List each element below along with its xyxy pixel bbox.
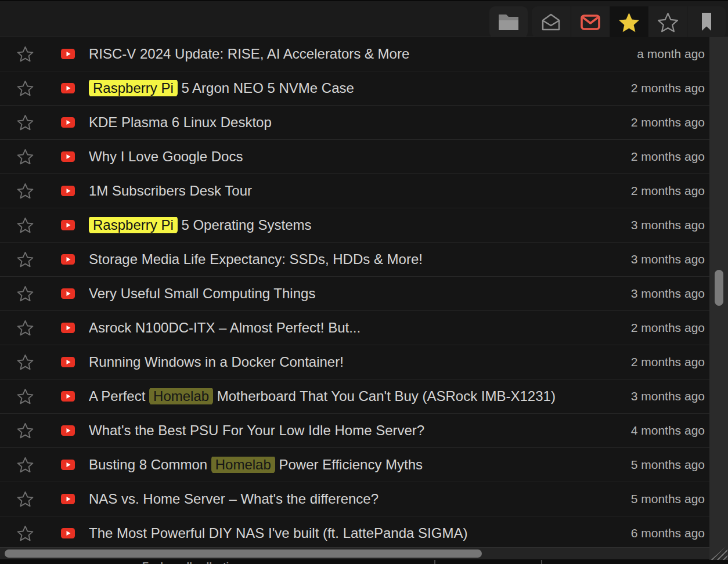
explore-collections-link[interactable]: Explore all collections: [142, 561, 247, 564]
youtube-icon: [61, 391, 75, 402]
item-timestamp: 3 months ago: [631, 218, 705, 232]
favorite-star-icon[interactable]: [17, 285, 34, 302]
favorite-star-icon[interactable]: [17, 149, 34, 165]
item-title[interactable]: NAS vs. Home Server – What's the differe…: [89, 491, 623, 507]
youtube-icon: [61, 254, 75, 265]
feed-item[interactable]: Busting 8 Common Homelab Power Efficienc…: [0, 448, 709, 482]
item-title[interactable]: Storage Media Life Expectancy: SSDs, HDD…: [89, 251, 623, 267]
feed-item[interactable]: Very Useful Small Computing Things 3 mon…: [0, 277, 709, 311]
item-title[interactable]: A Perfect Homelab Motherboard That You C…: [89, 388, 623, 404]
favorite-star-icon[interactable]: [17, 114, 34, 131]
mail-open-icon: [541, 13, 561, 31]
item-timestamp: 3 months ago: [631, 252, 705, 266]
item-timestamp: a month ago: [637, 47, 705, 61]
favorite-star-icon[interactable]: [17, 525, 34, 541]
item-title[interactable]: Raspberry Pi 5 Operating Systems: [89, 217, 623, 233]
youtube-icon: [61, 323, 75, 333]
item-title[interactable]: Very Useful Small Computing Things: [89, 285, 623, 302]
youtube-icon: [61, 49, 75, 59]
favorite-star-icon[interactable]: [17, 80, 34, 96]
favorite-star-icon[interactable]: [17, 354, 34, 370]
favorite-star-icon[interactable]: [17, 491, 34, 507]
favorite-star-icon[interactable]: [17, 457, 34, 473]
folder-icon: [497, 13, 520, 32]
youtube-icon: [61, 220, 75, 230]
toolbar: [0, 0, 728, 37]
item-title[interactable]: Raspberry Pi 5 Argon NEO 5 NVMe Case: [89, 80, 623, 96]
feed-item[interactable]: Storage Media Life Expectancy: SSDs, HDD…: [0, 243, 709, 277]
item-title[interactable]: Busting 8 Common Homelab Power Efficienc…: [89, 457, 623, 473]
unread-mail-button[interactable]: [571, 6, 610, 38]
favorite-star-icon[interactable]: [17, 217, 34, 233]
item-timestamp: 2 months ago: [631, 184, 705, 198]
item-timestamp: 2 months ago: [631, 355, 705, 369]
youtube-icon: [61, 117, 75, 128]
feed-item[interactable]: KDE Plasma 6 Linux Desktop 2 months ago: [0, 106, 709, 140]
item-title[interactable]: KDE Plasma 6 Linux Desktop: [89, 114, 623, 131]
feed-item[interactable]: A Perfect Homelab Motherboard That You C…: [0, 379, 709, 414]
feed-item[interactable]: Asrock N100DC-ITX – Almost Perfect! But.…: [0, 311, 709, 345]
horizontal-scrollbar-track[interactable]: [0, 547, 709, 560]
feed-item[interactable]: The Most Powerful DIY NAS I've built (ft…: [0, 516, 709, 547]
highlighted-term: Raspberry Pi: [89, 80, 178, 96]
item-title[interactable]: Asrock N100DC-ITX – Almost Perfect! But.…: [89, 320, 623, 336]
feed-item-list: RISC-V 2024 Update: RISE, AI Accelerator…: [0, 37, 709, 547]
horizontal-scrollbar-thumb[interactable]: [5, 549, 482, 558]
youtube-icon: [61, 288, 75, 299]
feed-item[interactable]: RISC-V 2024 Update: RISE, AI Accelerator…: [0, 37, 709, 71]
youtube-icon: [61, 151, 75, 162]
item-title[interactable]: What's the Best PSU For Your Low Idle Ho…: [89, 422, 623, 439]
item-title[interactable]: 1M Subscribers Desk Tour: [89, 183, 623, 199]
favorites-filter-button[interactable]: [610, 6, 648, 38]
bookmark-icon: [700, 12, 713, 32]
highlighted-term: Homelab: [149, 388, 213, 404]
item-timestamp: 2 months ago: [631, 115, 705, 129]
feed-item[interactable]: What's the Best PSU For Your Low Idle Ho…: [0, 414, 709, 448]
favorite-star-icon[interactable]: [17, 320, 34, 336]
favorite-star-icon[interactable]: [17, 388, 34, 404]
vertical-scrollbar-track[interactable]: [709, 37, 728, 560]
favorite-star-icon[interactable]: [17, 251, 34, 267]
star-outline-icon: [657, 12, 679, 32]
non-favorites-filter-button[interactable]: [648, 6, 687, 38]
item-timestamp: 5 months ago: [631, 492, 705, 506]
folder-button[interactable]: [489, 6, 528, 38]
youtube-icon: [61, 357, 75, 367]
youtube-icon: [61, 83, 75, 93]
feed-item[interactable]: 1M Subscribers Desk Tour 2 months ago: [0, 174, 709, 208]
feed-item[interactable]: Raspberry Pi 5 Argon NEO 5 NVMe Case 2 m…: [0, 71, 709, 106]
youtube-icon: [61, 528, 75, 538]
highlighted-term: Homelab: [211, 457, 275, 473]
star-filled-icon: [618, 12, 640, 32]
feed-item[interactable]: NAS vs. Home Server – What's the differe…: [0, 482, 709, 516]
clipped-bottom-content: Explore all collections: [0, 560, 728, 564]
item-timestamp: 2 months ago: [631, 81, 705, 95]
item-title[interactable]: The Most Powerful DIY NAS I've built (ft…: [89, 525, 623, 541]
item-title[interactable]: Running Windows in a Docker Container!: [89, 354, 623, 370]
labels-filter-button[interactable]: [687, 6, 726, 38]
youtube-icon: [61, 460, 75, 470]
item-title[interactable]: Why I Love Google Docs: [89, 149, 623, 165]
filter-button-group: [532, 6, 726, 38]
favorite-star-icon[interactable]: [17, 46, 34, 62]
divider: [541, 560, 542, 564]
youtube-icon: [61, 494, 75, 504]
item-timestamp: 4 months ago: [631, 424, 705, 438]
favorite-star-icon[interactable]: [17, 183, 34, 199]
item-timestamp: 5 months ago: [631, 458, 705, 472]
divider: [434, 560, 435, 564]
read-mail-button[interactable]: [532, 6, 571, 38]
item-timestamp: 6 months ago: [631, 526, 705, 540]
item-title[interactable]: RISC-V 2024 Update: RISE, AI Accelerator…: [89, 46, 629, 62]
feed-item[interactable]: Running Windows in a Docker Container! 2…: [0, 345, 709, 379]
item-timestamp: 2 months ago: [631, 321, 705, 335]
item-timestamp: 3 months ago: [631, 287, 705, 301]
feed-item[interactable]: Raspberry Pi 5 Operating Systems 3 month…: [0, 208, 709, 243]
favorite-star-icon[interactable]: [17, 422, 34, 439]
vertical-scrollbar-thumb[interactable]: [715, 270, 723, 306]
mail-unread-icon: [580, 14, 601, 31]
item-timestamp: 2 months ago: [631, 150, 705, 164]
youtube-icon: [61, 425, 75, 436]
feed-item[interactable]: Why I Love Google Docs 2 months ago: [0, 140, 709, 174]
item-timestamp: 3 months ago: [631, 389, 705, 403]
